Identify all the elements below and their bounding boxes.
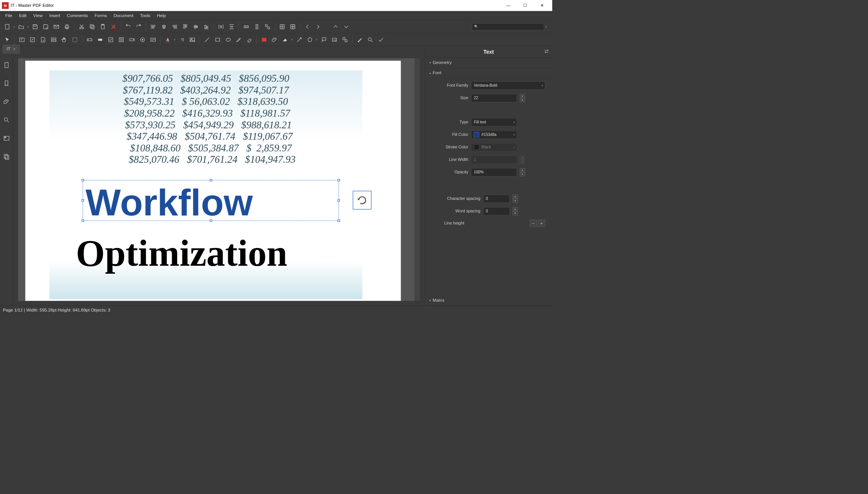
opacity-spinner[interactable]: ▴▾ <box>520 168 525 176</box>
menu-document[interactable]: Document <box>110 12 137 20</box>
pages-panel-icon[interactable] <box>2 61 11 69</box>
line-height-minus[interactable]: − <box>530 220 537 227</box>
form-fields-icon[interactable] <box>49 35 58 44</box>
opacity-input[interactable]: 100% <box>471 168 517 176</box>
open-folder-icon[interactable] <box>16 22 26 31</box>
selection-box[interactable] <box>82 180 339 221</box>
tab-document[interactable]: IT ✕ <box>2 45 20 54</box>
word-spacing-input[interactable]: 0 <box>483 207 510 215</box>
align-bottom-icon[interactable] <box>202 22 211 31</box>
thumbnails-panel-icon[interactable] <box>2 134 11 143</box>
link-rect-icon[interactable] <box>259 35 269 44</box>
menu-comments[interactable]: Comments <box>64 12 91 20</box>
pencil-tool-icon[interactable] <box>234 35 243 44</box>
redact-icon[interactable] <box>355 35 364 44</box>
search-input[interactable] <box>472 23 544 30</box>
text-optimization[interactable]: Optimization <box>76 232 287 275</box>
line-height-plus[interactable]: + <box>538 220 545 227</box>
menu-forms[interactable]: Forms <box>91 12 110 20</box>
email-icon[interactable] <box>51 22 61 31</box>
vertical-scrollbar[interactable] <box>415 58 420 301</box>
search-field[interactable] <box>472 23 544 30</box>
tab-close-icon[interactable]: ✕ <box>13 47 16 51</box>
button-field-icon[interactable] <box>95 35 105 44</box>
snap-grid-icon[interactable] <box>288 22 297 31</box>
word-spacing-spinner[interactable]: ▴▾ <box>513 207 518 215</box>
edit-text-icon[interactable]: T <box>17 35 26 44</box>
pdf-page[interactable]: $907,766.05 $805,049.45 $856,095.90 $767… <box>25 61 401 301</box>
menu-tools[interactable]: Tools <box>137 12 154 20</box>
listbox-icon[interactable] <box>117 35 126 44</box>
section-matrix[interactable]: ▾Matrix <box>425 296 552 306</box>
prev-page-icon[interactable] <box>303 22 312 31</box>
nav-down-icon[interactable] <box>341 22 351 31</box>
font-size-input[interactable]: 22 <box>471 94 517 102</box>
insert-text-icon[interactable]: A <box>163 35 173 44</box>
edit-document-icon[interactable] <box>38 35 48 44</box>
same-width-icon[interactable] <box>241 22 251 31</box>
signature-field-icon[interactable] <box>148 35 158 44</box>
eraser-tool-icon[interactable] <box>244 35 254 44</box>
combobox-icon[interactable] <box>127 35 137 44</box>
layers-panel-icon[interactable] <box>2 152 11 161</box>
redo-icon[interactable] <box>134 22 143 31</box>
maximize-button[interactable]: ☐ <box>516 0 534 11</box>
type-select[interactable]: Fill text▼ <box>471 118 517 126</box>
align-left-icon[interactable] <box>149 22 158 31</box>
new-file-icon[interactable] <box>2 22 12 31</box>
font-family-select[interactable]: Verdana-Bold▼ <box>471 81 545 90</box>
size-spinner[interactable]: ▴▾ <box>520 94 525 102</box>
panel-settings-icon[interactable] <box>544 48 549 56</box>
menu-view[interactable]: View <box>30 12 46 20</box>
undo-icon[interactable] <box>123 22 133 31</box>
attachment-icon[interactable] <box>270 35 279 44</box>
search-tool-icon[interactable] <box>366 35 375 44</box>
align-center-h-icon[interactable] <box>159 22 169 31</box>
checkmark-icon[interactable] <box>376 35 386 44</box>
cut-icon[interactable] <box>77 22 86 31</box>
callout-icon[interactable] <box>319 35 328 44</box>
same-height-icon[interactable] <box>252 22 261 31</box>
align-middle-v-icon[interactable] <box>191 22 201 31</box>
highlight-icon[interactable] <box>280 35 290 44</box>
section-geometry[interactable]: ▾Geometry <box>425 58 552 68</box>
section-font[interactable]: ▴Font <box>425 68 552 78</box>
select-arrow-icon[interactable] <box>2 35 12 44</box>
nav-up-icon[interactable] <box>331 22 340 31</box>
text-field-icon[interactable] <box>85 35 94 44</box>
menu-insert[interactable]: Insert <box>46 12 63 20</box>
align-right-icon[interactable] <box>170 22 179 31</box>
vertical-text-icon[interactable]: T <box>177 35 187 44</box>
paste-icon[interactable] <box>98 22 107 31</box>
checkbox-icon[interactable] <box>106 35 115 44</box>
same-size-icon[interactable] <box>263 22 272 31</box>
rectangle-tool-icon[interactable] <box>213 35 222 44</box>
next-page-icon[interactable] <box>313 22 323 31</box>
ellipse-tool-icon[interactable] <box>223 35 233 44</box>
stamp-icon[interactable]: OK <box>330 35 339 44</box>
arrow-tool-icon[interactable] <box>294 35 304 44</box>
delete-icon[interactable] <box>109 22 118 31</box>
save-as-icon[interactable] <box>41 22 50 31</box>
close-button[interactable]: ✕ <box>534 0 551 11</box>
fill-color-select[interactable]: #153d8a▼ <box>471 131 517 139</box>
initials-icon[interactable] <box>340 35 350 44</box>
rotate-handle-icon[interactable] <box>353 191 372 210</box>
align-top-icon[interactable] <box>180 22 190 31</box>
distribute-v-icon[interactable] <box>227 22 236 31</box>
distribute-h-icon[interactable] <box>216 22 226 31</box>
menu-file[interactable]: File <box>2 12 16 20</box>
save-icon[interactable] <box>30 22 40 31</box>
insert-image-icon[interactable] <box>188 35 197 44</box>
polygon-tool-icon[interactable] <box>305 35 314 44</box>
line-tool-icon[interactable] <box>202 35 212 44</box>
copy-icon[interactable] <box>87 22 97 31</box>
select-area-icon[interactable] <box>70 35 79 44</box>
menu-help[interactable]: Help <box>154 12 169 20</box>
grid-icon[interactable] <box>277 22 287 31</box>
char-spacing-spinner[interactable]: ▴▾ <box>513 195 518 203</box>
minimize-button[interactable]: — <box>500 0 517 11</box>
search-panel-icon[interactable] <box>2 115 11 124</box>
hand-tool-icon[interactable] <box>59 35 69 44</box>
canvas-viewport[interactable]: $907,766.05 $805,049.45 $856,095.90 $767… <box>18 58 415 301</box>
